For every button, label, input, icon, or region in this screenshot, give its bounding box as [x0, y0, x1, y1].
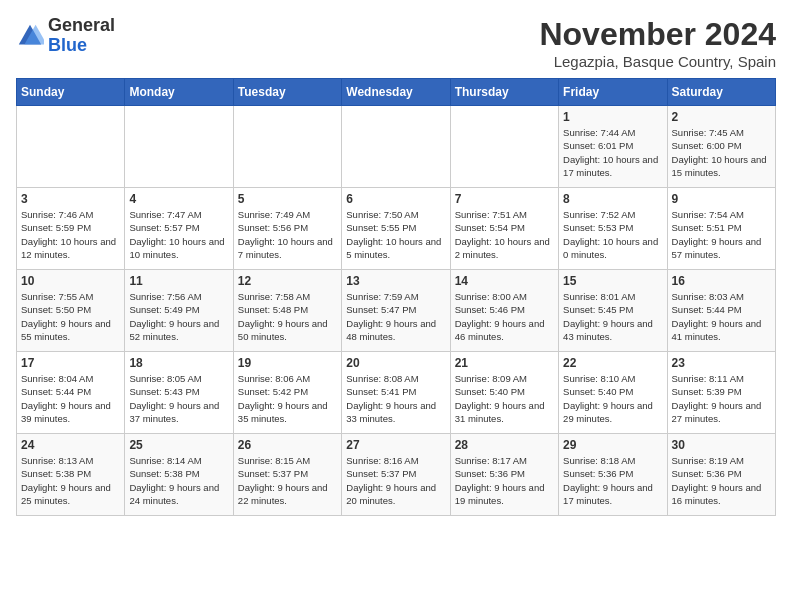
day-info: Sunrise: 7:50 AM Sunset: 5:55 PM Dayligh…: [346, 208, 445, 261]
calendar-cell: 11Sunrise: 7:56 AM Sunset: 5:49 PM Dayli…: [125, 270, 233, 352]
calendar-cell: 22Sunrise: 8:10 AM Sunset: 5:40 PM Dayli…: [559, 352, 667, 434]
day-info: Sunrise: 8:09 AM Sunset: 5:40 PM Dayligh…: [455, 372, 554, 425]
day-number: 14: [455, 274, 554, 288]
day-info: Sunrise: 7:58 AM Sunset: 5:48 PM Dayligh…: [238, 290, 337, 343]
day-number: 5: [238, 192, 337, 206]
header-day-sunday: Sunday: [17, 79, 125, 106]
header-day-tuesday: Tuesday: [233, 79, 341, 106]
day-number: 12: [238, 274, 337, 288]
day-number: 26: [238, 438, 337, 452]
calendar-cell: [342, 106, 450, 188]
day-info: Sunrise: 7:52 AM Sunset: 5:53 PM Dayligh…: [563, 208, 662, 261]
header-day-monday: Monday: [125, 79, 233, 106]
calendar-cell: [17, 106, 125, 188]
calendar-cell: 18Sunrise: 8:05 AM Sunset: 5:43 PM Dayli…: [125, 352, 233, 434]
day-info: Sunrise: 8:06 AM Sunset: 5:42 PM Dayligh…: [238, 372, 337, 425]
day-info: Sunrise: 8:08 AM Sunset: 5:41 PM Dayligh…: [346, 372, 445, 425]
calendar-cell: 14Sunrise: 8:00 AM Sunset: 5:46 PM Dayli…: [450, 270, 558, 352]
day-number: 24: [21, 438, 120, 452]
day-info: Sunrise: 8:14 AM Sunset: 5:38 PM Dayligh…: [129, 454, 228, 507]
calendar-cell: 26Sunrise: 8:15 AM Sunset: 5:37 PM Dayli…: [233, 434, 341, 516]
title-area: November 2024 Legazpia, Basque Country, …: [539, 16, 776, 70]
day-number: 27: [346, 438, 445, 452]
calendar-cell: 24Sunrise: 8:13 AM Sunset: 5:38 PM Dayli…: [17, 434, 125, 516]
week-row-2: 3Sunrise: 7:46 AM Sunset: 5:59 PM Daylig…: [17, 188, 776, 270]
calendar-cell: 1Sunrise: 7:44 AM Sunset: 6:01 PM Daylig…: [559, 106, 667, 188]
calendar-cell: 2Sunrise: 7:45 AM Sunset: 6:00 PM Daylig…: [667, 106, 775, 188]
day-number: 6: [346, 192, 445, 206]
day-info: Sunrise: 8:10 AM Sunset: 5:40 PM Dayligh…: [563, 372, 662, 425]
header-day-wednesday: Wednesday: [342, 79, 450, 106]
calendar-cell: 5Sunrise: 7:49 AM Sunset: 5:56 PM Daylig…: [233, 188, 341, 270]
calendar-body: 1Sunrise: 7:44 AM Sunset: 6:01 PM Daylig…: [17, 106, 776, 516]
day-number: 15: [563, 274, 662, 288]
day-info: Sunrise: 8:00 AM Sunset: 5:46 PM Dayligh…: [455, 290, 554, 343]
day-info: Sunrise: 8:19 AM Sunset: 5:36 PM Dayligh…: [672, 454, 771, 507]
calendar-cell: 13Sunrise: 7:59 AM Sunset: 5:47 PM Dayli…: [342, 270, 450, 352]
day-info: Sunrise: 8:11 AM Sunset: 5:39 PM Dayligh…: [672, 372, 771, 425]
calendar-cell: 12Sunrise: 7:58 AM Sunset: 5:48 PM Dayli…: [233, 270, 341, 352]
week-row-3: 10Sunrise: 7:55 AM Sunset: 5:50 PM Dayli…: [17, 270, 776, 352]
day-info: Sunrise: 8:13 AM Sunset: 5:38 PM Dayligh…: [21, 454, 120, 507]
day-info: Sunrise: 7:55 AM Sunset: 5:50 PM Dayligh…: [21, 290, 120, 343]
day-number: 19: [238, 356, 337, 370]
day-info: Sunrise: 8:15 AM Sunset: 5:37 PM Dayligh…: [238, 454, 337, 507]
calendar-table: SundayMondayTuesdayWednesdayThursdayFrid…: [16, 78, 776, 516]
day-info: Sunrise: 8:04 AM Sunset: 5:44 PM Dayligh…: [21, 372, 120, 425]
day-number: 9: [672, 192, 771, 206]
calendar-cell: 19Sunrise: 8:06 AM Sunset: 5:42 PM Dayli…: [233, 352, 341, 434]
calendar-title: November 2024: [539, 16, 776, 53]
logo: General Blue: [16, 16, 115, 56]
calendar-cell: 29Sunrise: 8:18 AM Sunset: 5:36 PM Dayli…: [559, 434, 667, 516]
day-number: 18: [129, 356, 228, 370]
calendar-cell: 4Sunrise: 7:47 AM Sunset: 5:57 PM Daylig…: [125, 188, 233, 270]
day-number: 8: [563, 192, 662, 206]
calendar-cell: 6Sunrise: 7:50 AM Sunset: 5:55 PM Daylig…: [342, 188, 450, 270]
day-number: 16: [672, 274, 771, 288]
header-day-thursday: Thursday: [450, 79, 558, 106]
week-row-4: 17Sunrise: 8:04 AM Sunset: 5:44 PM Dayli…: [17, 352, 776, 434]
calendar-cell: 23Sunrise: 8:11 AM Sunset: 5:39 PM Dayli…: [667, 352, 775, 434]
day-number: 10: [21, 274, 120, 288]
day-info: Sunrise: 7:44 AM Sunset: 6:01 PM Dayligh…: [563, 126, 662, 179]
day-info: Sunrise: 8:05 AM Sunset: 5:43 PM Dayligh…: [129, 372, 228, 425]
day-info: Sunrise: 8:17 AM Sunset: 5:36 PM Dayligh…: [455, 454, 554, 507]
logo-icon: [16, 22, 44, 50]
day-info: Sunrise: 8:03 AM Sunset: 5:44 PM Dayligh…: [672, 290, 771, 343]
calendar-subtitle: Legazpia, Basque Country, Spain: [539, 53, 776, 70]
day-number: 25: [129, 438, 228, 452]
day-number: 7: [455, 192, 554, 206]
day-info: Sunrise: 7:49 AM Sunset: 5:56 PM Dayligh…: [238, 208, 337, 261]
week-row-1: 1Sunrise: 7:44 AM Sunset: 6:01 PM Daylig…: [17, 106, 776, 188]
calendar-cell: 27Sunrise: 8:16 AM Sunset: 5:37 PM Dayli…: [342, 434, 450, 516]
day-number: 11: [129, 274, 228, 288]
calendar-cell: 7Sunrise: 7:51 AM Sunset: 5:54 PM Daylig…: [450, 188, 558, 270]
header-row: SundayMondayTuesdayWednesdayThursdayFrid…: [17, 79, 776, 106]
day-info: Sunrise: 7:54 AM Sunset: 5:51 PM Dayligh…: [672, 208, 771, 261]
day-info: Sunrise: 7:51 AM Sunset: 5:54 PM Dayligh…: [455, 208, 554, 261]
day-info: Sunrise: 7:47 AM Sunset: 5:57 PM Dayligh…: [129, 208, 228, 261]
calendar-cell: 20Sunrise: 8:08 AM Sunset: 5:41 PM Dayli…: [342, 352, 450, 434]
calendar-cell: 10Sunrise: 7:55 AM Sunset: 5:50 PM Dayli…: [17, 270, 125, 352]
day-number: 20: [346, 356, 445, 370]
day-info: Sunrise: 8:01 AM Sunset: 5:45 PM Dayligh…: [563, 290, 662, 343]
day-number: 30: [672, 438, 771, 452]
calendar-cell: 3Sunrise: 7:46 AM Sunset: 5:59 PM Daylig…: [17, 188, 125, 270]
day-info: Sunrise: 7:56 AM Sunset: 5:49 PM Dayligh…: [129, 290, 228, 343]
day-number: 17: [21, 356, 120, 370]
week-row-5: 24Sunrise: 8:13 AM Sunset: 5:38 PM Dayli…: [17, 434, 776, 516]
day-number: 23: [672, 356, 771, 370]
calendar-cell: 16Sunrise: 8:03 AM Sunset: 5:44 PM Dayli…: [667, 270, 775, 352]
page-header: General Blue November 2024 Legazpia, Bas…: [16, 16, 776, 70]
day-info: Sunrise: 7:46 AM Sunset: 5:59 PM Dayligh…: [21, 208, 120, 261]
day-number: 21: [455, 356, 554, 370]
day-info: Sunrise: 7:59 AM Sunset: 5:47 PM Dayligh…: [346, 290, 445, 343]
calendar-cell: 25Sunrise: 8:14 AM Sunset: 5:38 PM Dayli…: [125, 434, 233, 516]
day-info: Sunrise: 8:16 AM Sunset: 5:37 PM Dayligh…: [346, 454, 445, 507]
logo-text: General Blue: [48, 16, 115, 56]
calendar-header: SundayMondayTuesdayWednesdayThursdayFrid…: [17, 79, 776, 106]
calendar-cell: [233, 106, 341, 188]
day-info: Sunrise: 7:45 AM Sunset: 6:00 PM Dayligh…: [672, 126, 771, 179]
calendar-cell: 9Sunrise: 7:54 AM Sunset: 5:51 PM Daylig…: [667, 188, 775, 270]
day-number: 22: [563, 356, 662, 370]
